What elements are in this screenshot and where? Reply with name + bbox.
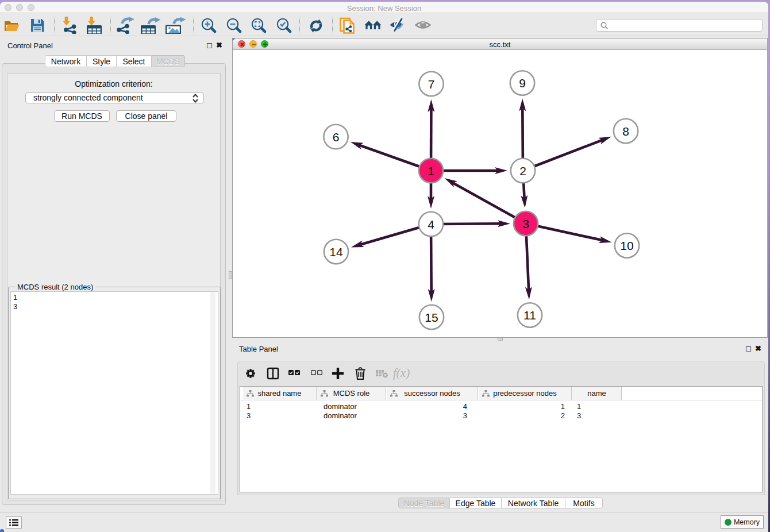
svg-text:11: 11: [523, 309, 536, 322]
svg-text:2: 2: [519, 164, 526, 178]
svg-text:9: 9: [519, 76, 526, 90]
svg-text:3: 3: [522, 217, 529, 230]
svg-text:10: 10: [620, 239, 633, 252]
svg-text:7: 7: [428, 78, 435, 91]
svg-text:f(x): f(x): [393, 366, 410, 380]
svg-text:15: 15: [425, 311, 438, 324]
svg-text:4: 4: [428, 218, 434, 231]
svg-text:1: 1: [428, 164, 434, 178]
svg-text:8: 8: [622, 125, 629, 138]
svg-text:6: 6: [333, 130, 340, 144]
svg-text:14: 14: [329, 245, 343, 259]
